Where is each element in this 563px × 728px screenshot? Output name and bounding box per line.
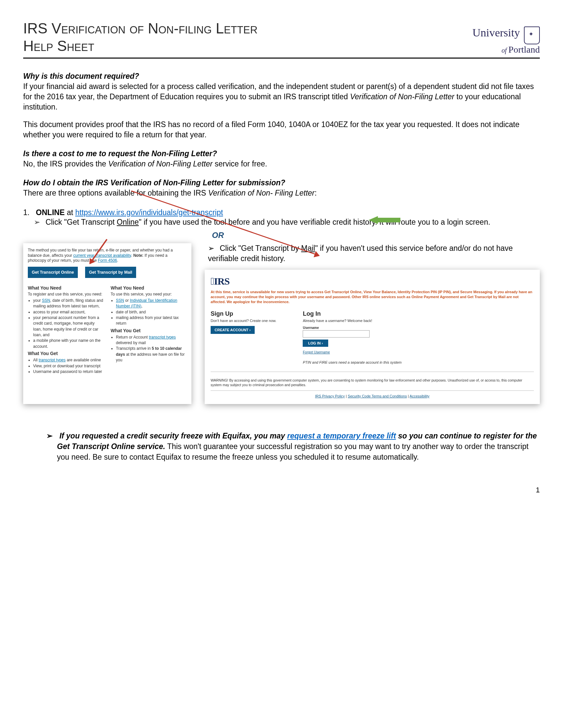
ptin-note: PTIN and FIRE users need a separate acco… [303,360,401,364]
gov-warning: WARNING! By accessing and using this gov… [211,378,534,391]
get-transcript-mail-button[interactable]: Get Transcript by Mail [85,267,136,278]
username-input[interactable] [303,330,370,338]
irs-logo: 𖤓IRS [211,276,534,287]
accessibility-link[interactable]: Accessibility [410,394,430,398]
shield-icon [524,26,540,44]
shot1-col-mail: What You Need To use this service, you n… [111,285,187,376]
create-account-button[interactable]: CREATE ACCOUNT › [211,326,255,334]
bullet-online: Click "Get Transcript Online" if you hav… [34,217,540,227]
screenshot-get-transcript: The method you used to file your tax ret… [23,243,191,404]
page-title: IRS Verification of Non-filing Letter He… [23,20,258,55]
footer-links: IRS Privacy Policy | Security Code Terms… [211,394,534,398]
shot1-intro: The method you used to file your tax ret… [28,248,187,263]
shot1-colA-list1: your SSN, date of birth, filing status a… [28,298,104,350]
freeze-lift-link[interactable]: request a temporary freeze lift [287,432,396,440]
forgot-username-link[interactable]: Forgot Username [303,350,330,354]
shot1-colA-list2: All transcript types are available onlin… [28,357,104,375]
link-availability[interactable]: current year transcript availability [73,253,131,258]
university-logo: University of Portland [472,26,540,55]
link-form4506[interactable]: Form 4506 [98,258,117,263]
login-button[interactable]: LOG IN › [303,340,328,347]
para-how: There are three options available for ob… [23,188,540,198]
signup-col: Sign Up Don't have an account? Create on… [211,310,276,364]
shot1-col-online: What You Need To register and use this s… [28,285,104,376]
step-1: 1. ONLINE at https://www.irs.gov/individ… [23,208,540,217]
shot1-colB-list2: Return or Account transcript types deliv… [111,335,187,363]
terms-link[interactable]: Security Code Terms and Conditions [348,394,407,398]
shot1-colB-list1: SSN or Individual Tax Identification Num… [111,298,187,327]
para-cost: No, the IRS provides the Verification of… [23,159,540,169]
page-number: 1 [23,486,540,494]
para-why-2: This document provides proof that the IR… [23,119,540,140]
heading-how: How do I obtain the IRS Verification of … [23,178,540,187]
bullet-mail: Click "Get Transcript by Mail" if you ha… [208,243,540,264]
heading-why: Why is this document required? [23,72,540,81]
screenshot-irs-login: 𖤓IRS At this time, service is unavailabl… [205,270,540,404]
page-header: IRS Verification of Non-filing Letter He… [23,20,540,59]
para-why-1: If your financial aid award is selected … [23,81,540,112]
equifax-bullet: If you requested a credit security freez… [46,431,540,463]
green-arrow-icon [369,215,402,224]
shot2-service-warning: At this time, service is unavailable for… [211,290,534,304]
heading-cost: Is there a cost to me to request the Non… [23,149,540,158]
get-transcript-online-button[interactable]: Get Transcript Online [28,267,78,278]
privacy-link[interactable]: IRS Privacy Policy [315,394,345,398]
login-col: Log In Already have a username? Welcome … [303,310,401,364]
